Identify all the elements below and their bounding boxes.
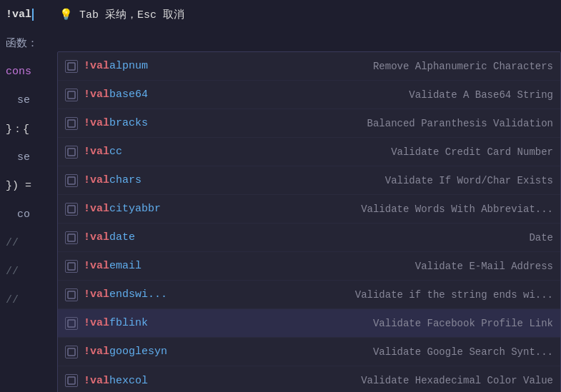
item-description: Validate if the string ends wi... (218, 289, 553, 301)
dropdown-item-cc[interactable]: !valccValidate Credit Card Number (58, 138, 560, 166)
item-name: !valendswi... (84, 288, 212, 301)
item-name: !valbase64 (84, 89, 212, 101)
item-name: !valdate (84, 231, 212, 243)
item-description: Validate Facebook Profile Link (218, 318, 553, 329)
item-type-icon (65, 346, 78, 358)
dropdown-item-cityabbr[interactable]: !valcityabbrValidate Words With Abbrevia… (58, 195, 560, 223)
item-type-icon (65, 146, 78, 159)
item-description: Validate Hexadecimal Color Value (218, 375, 553, 386)
dropdown-item-bracks[interactable]: !valbracksBalanced Paranthesis Validatio… (58, 109, 560, 138)
dropdown-item-endswi...[interactable]: !valendswi...Validate if the string ends… (58, 281, 560, 309)
item-description: Date (218, 232, 553, 243)
dropdown-item-googlesyn[interactable]: !valgooglesynValidate Google Search Synt… (58, 338, 560, 366)
item-name: !valgooglesyn (84, 346, 212, 358)
dropdown-item-alpnum[interactable]: !valalpnumRemove Alphanumeric Characters (58, 52, 560, 81)
item-type-icon (65, 203, 78, 216)
item-description: Validate If Word/Char Exists (218, 175, 553, 186)
item-type-icon (65, 117, 78, 130)
svg-rect-3 (68, 149, 75, 156)
item-description: Validate Words With Abbreviat... (218, 203, 553, 215)
item-description: Validate A Base64 String (218, 89, 553, 101)
tab-hint: 💡 Tab 采纳，Esc 取消 (59, 8, 184, 21)
cursor (32, 9, 34, 21)
svg-rect-9 (68, 320, 75, 327)
svg-rect-6 (68, 234, 75, 241)
item-type-icon (65, 260, 78, 273)
typed-input: !val (6, 9, 31, 21)
item-type-icon (65, 89, 78, 101)
item-description: Balanced Paranthesis Validation (218, 118, 553, 129)
item-description: Validate Credit Card Number (218, 146, 553, 158)
item-type-icon (65, 317, 78, 330)
dropdown-item-date[interactable]: !valdateDate (58, 223, 560, 252)
item-type-icon (65, 288, 78, 301)
item-name: !valbracks (84, 117, 212, 129)
item-type-icon (65, 231, 78, 244)
item-name: !valhexcol (84, 375, 212, 387)
svg-rect-10 (68, 348, 75, 356)
svg-rect-11 (68, 377, 75, 384)
item-name: !valcityabbr (84, 203, 212, 215)
svg-rect-1 (68, 91, 75, 99)
item-name: !valalpnum (84, 60, 212, 72)
item-type-icon (65, 374, 78, 387)
item-name: !valchars (84, 174, 212, 186)
item-name: !valemail (84, 260, 212, 272)
dropdown-item-fblink[interactable]: !valfblinkValidate Facebook Profile Link (58, 309, 560, 338)
svg-rect-8 (68, 291, 75, 298)
svg-rect-4 (68, 177, 75, 184)
item-name: !valcc (84, 146, 212, 158)
dropdown-item-base64[interactable]: !valbase64Validate A Base64 String (58, 81, 560, 109)
dropdown-item-chars[interactable]: !valcharsValidate If Word/Char Exists (58, 166, 560, 195)
dropdown-item-hexcol[interactable]: !valhexcolValidate Hexadecimal Color Val… (58, 366, 560, 392)
autocomplete-dropdown[interactable]: !valalpnumRemove Alphanumeric Characters… (57, 51, 561, 392)
item-description: Validate E-Mail Address (218, 261, 553, 272)
dropdown-item-email[interactable]: !valemailValidate E-Mail Address (58, 252, 560, 281)
code-line-1: !val 💡 Tab 采纳，Esc 取消 (0, 0, 561, 29)
item-type-icon (65, 174, 78, 187)
svg-rect-7 (68, 263, 75, 270)
item-name: !valfblink (84, 317, 212, 329)
item-type-icon (65, 60, 78, 73)
svg-rect-0 (68, 63, 75, 70)
svg-rect-5 (68, 206, 75, 213)
item-description: Remove Alphanumeric Characters (218, 61, 553, 72)
svg-rect-2 (68, 120, 75, 127)
item-description: Validate Google Search Synt... (218, 346, 553, 358)
